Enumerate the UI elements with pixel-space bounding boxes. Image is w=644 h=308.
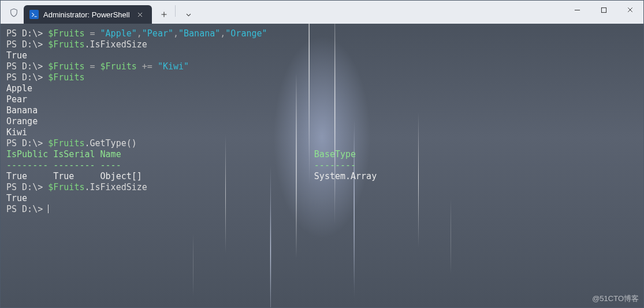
terminal-command-line: PS D:\> $Fruits = "Apple","Pear","Banana…: [6, 28, 638, 39]
terminal-output: PS D:\> $Fruits = "Apple","Pear","Banana…: [1, 24, 643, 307]
app-window: Administrator: PowerShell: [0, 0, 644, 308]
terminal-output-line: True True Object[] System.Array: [6, 171, 638, 182]
watermark: @51CTO博客: [592, 293, 639, 304]
titlebar: Administrator: PowerShell: [1, 1, 643, 24]
tab-strip: Administrator: PowerShell: [1, 1, 199, 24]
terminal-command-line: PS D:\> $Fruits = $Fruits += "Kiwi": [6, 61, 638, 72]
terminal-output-line: Banana: [6, 105, 638, 116]
terminal-output-line: Pear: [6, 94, 638, 105]
terminal-command-line: PS D:\>: [6, 204, 638, 215]
terminal-pane[interactable]: PS D:\> $Fruits = "Apple","Pear","Banana…: [1, 24, 643, 307]
maximize-button[interactable]: [590, 1, 617, 19]
terminal-cursor: [48, 205, 49, 213]
terminal-output-line: Kiwi: [6, 127, 638, 138]
window-controls: [564, 1, 643, 24]
window-close-button[interactable]: [617, 1, 643, 19]
new-tab-button[interactable]: [154, 6, 174, 23]
tab-close-button[interactable]: [135, 9, 146, 20]
tab-powershell[interactable]: Administrator: PowerShell: [24, 5, 152, 24]
terminal-table-header: IsPublic IsSerial Name BaseType: [6, 149, 638, 160]
terminal-table-header: -------- -------- ---- --------: [6, 160, 638, 171]
terminal-command-line: PS D:\> $Fruits.IsFixedSize: [6, 182, 638, 193]
shield-icon: [5, 4, 23, 21]
tab-title: Administrator: PowerShell: [43, 10, 130, 19]
terminal-output-line: True: [6, 193, 638, 204]
svg-rect-0: [601, 8, 606, 12]
minimize-button[interactable]: [564, 1, 590, 19]
tab-dropdown-button[interactable]: [179, 6, 199, 23]
terminal-output-line: Apple: [6, 83, 638, 94]
terminal-output-line: Orange: [6, 116, 638, 127]
terminal-command-line: PS D:\> $Fruits.IsFixedSize: [6, 39, 638, 50]
terminal-output-line: True: [6, 50, 638, 61]
powershell-icon: [29, 10, 39, 19]
terminal-command-line: PS D:\> $Fruits.GetType(): [6, 138, 638, 149]
tab-divider: [175, 5, 176, 17]
terminal-command-line: PS D:\> $Fruits: [6, 72, 638, 83]
